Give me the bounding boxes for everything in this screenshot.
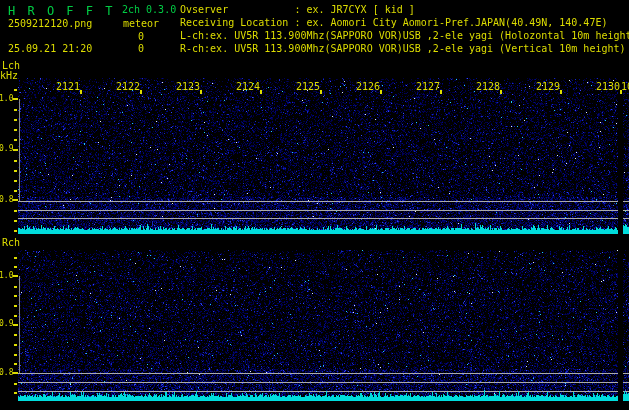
hrofft-screen: H R O F F T 2ch 0.3.0 2509212120.png met… — [0, 0, 629, 410]
app-title: H R O F F T — [8, 5, 115, 17]
mode-label: meteor — [123, 19, 159, 29]
echo-count-1: 0 — [96, 32, 144, 42]
observer-line: Ovserver : ex. JR7CYX [ kid ] — [180, 5, 415, 15]
freq-label: 0.8 — [0, 369, 13, 377]
lch-info-line: L-ch:ex. UV5R 113.900Mhz(SAPPORO VOR)USB… — [180, 31, 629, 41]
time-label: 2124 — [236, 82, 260, 92]
app-version: 2ch 0.3.0 — [122, 5, 176, 15]
freq-label: 0.9 — [0, 145, 13, 153]
time-label: 2122 — [116, 82, 140, 92]
filename-label: 2509212120.png — [8, 19, 92, 29]
echo-count-2: 0 — [96, 44, 144, 54]
freq-label: 0.9 — [0, 320, 13, 328]
time-label: 2129 — [536, 82, 560, 92]
freq-label: 1.0 — [0, 272, 13, 280]
lch-unit-label: kHz — [0, 71, 18, 81]
time-label-partial: 10 — [621, 82, 629, 92]
rch-channel-label: Rch — [2, 238, 20, 248]
time-label: 2121 — [56, 82, 80, 92]
time-label: 2127 — [416, 82, 440, 92]
time-label: 2130 — [596, 82, 620, 92]
freq-label: 1.0 — [0, 95, 13, 103]
rch-info-line: R-ch:ex. UV5R 113.900Mhz(SAPPORO VOR)USB… — [180, 44, 626, 54]
location-line: Receiving Location : ex. Aomori City Aom… — [180, 18, 607, 28]
datetime-label: 25.09.21 21:20 — [8, 44, 92, 54]
time-label: 2126 — [356, 82, 380, 92]
freq-label: 0.8 — [0, 196, 13, 204]
time-label: 2123 — [176, 82, 200, 92]
time-label: 2125 — [296, 82, 320, 92]
time-label: 2128 — [476, 82, 500, 92]
spectrogram-canvas — [0, 0, 629, 410]
